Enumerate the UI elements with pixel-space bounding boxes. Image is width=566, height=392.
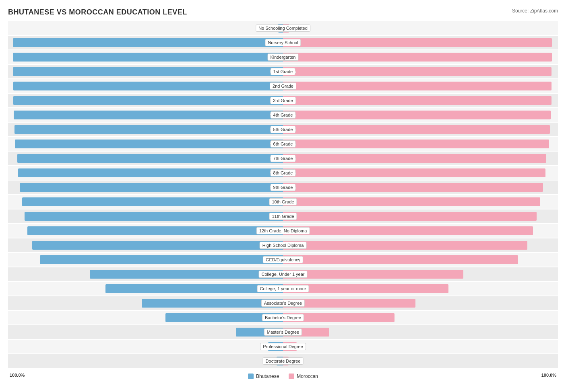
right-bar-container: 60.2%: [283, 282, 558, 296]
table-row: 97.7%5th Grade97.1%: [8, 123, 558, 136]
blue-bar: 70.3%: [90, 270, 283, 279]
right-bar-container: 93.5%: [283, 195, 558, 209]
legend-bhutanese: Bhutanese: [248, 374, 279, 379]
pink-bar: 92.3%: [283, 212, 537, 221]
right-bar-container: 96.8%: [283, 137, 558, 151]
pink-bar: 97.8%: [283, 38, 552, 47]
pink-bar: 94.6%: [283, 183, 543, 192]
chart-container: BHUTANESE VS MOROCCAN EDUCATION LEVEL So…: [8, 8, 558, 379]
pink-bar: 97.6%: [283, 96, 552, 105]
right-bar-container: 16.8%: [283, 325, 558, 339]
blue-bar: 98.2%: [13, 38, 283, 47]
footer-left-label: 100.0%: [10, 373, 25, 378]
table-row: 51.4%Associate's Degree48.2%: [8, 296, 558, 310]
pink-bar: 85.5%: [283, 255, 518, 264]
table-row: 91.2%High School Diploma88.8%: [8, 238, 558, 252]
right-bar-container: 48.2%: [283, 296, 558, 310]
left-bar-container: 51.4%: [8, 296, 283, 310]
chart-footer: 100.0% Bhutanese Moroccan 100.0%: [8, 371, 558, 379]
left-bar-container: 98.1%: [8, 94, 283, 107]
right-bar-container: 40.5%: [283, 311, 558, 324]
right-bar-container: 97.7%: [283, 79, 558, 93]
legend-blue-box: [248, 374, 254, 379]
bar-label: 2nd Grade: [270, 82, 296, 90]
bar-label: 1st Grade: [271, 68, 295, 75]
right-bar-container: 2%: [283, 354, 558, 368]
left-bar-container: 93%: [8, 224, 283, 238]
table-row: 97.5%6th Grade96.8%: [8, 137, 558, 151]
pink-bar: 95.5%: [283, 168, 545, 177]
left-bar-container: 97.7%: [8, 123, 283, 136]
bar-label: Kindergarten: [268, 53, 299, 61]
bar-label: College, Under 1 year: [258, 271, 307, 278]
blue-bar: 64.6%: [105, 284, 283, 293]
legend-bhutanese-label: Bhutanese: [256, 374, 279, 379]
bar-label: Nursery School: [265, 39, 301, 46]
legend-pink-box: [289, 374, 294, 379]
table-row: 17.2%Master's Degree16.8%: [8, 325, 558, 339]
blue-bar: 91.2%: [32, 241, 283, 250]
left-bar-container: 2.3%: [8, 354, 283, 368]
pink-bar: 97.7%: [283, 67, 552, 76]
right-bar-container: 97.1%: [283, 123, 558, 136]
left-bar-container: 98.1%: [8, 79, 283, 93]
left-bar-container: 97.9%: [8, 108, 283, 122]
table-row: 98.2%1st Grade97.7%: [8, 65, 558, 78]
left-bar-container: 64.6%: [8, 282, 283, 296]
left-bar-container: 96.6%: [8, 152, 283, 165]
pink-bar: 95.8%: [283, 154, 546, 163]
bar-label: GED/Equivalency: [263, 256, 303, 263]
left-bar-container: 98.2%: [8, 50, 283, 64]
right-bar-container: 94.6%: [283, 181, 558, 194]
bar-label: 12th Grade, No Diploma: [256, 227, 310, 234]
blue-bar: 97.9%: [14, 111, 283, 119]
chart-body: 1.8%No Schooling Completed2.2%98.2%Nurse…: [8, 21, 558, 368]
blue-bar: 98.2%: [13, 53, 283, 62]
right-bar-container: 88.8%: [283, 238, 558, 252]
pink-bar: 97.1%: [283, 125, 550, 134]
table-row: 5.4%Professional Degree5%: [8, 340, 558, 353]
pink-bar: 97.8%: [283, 53, 552, 62]
left-bar-container: 91.2%: [8, 238, 283, 252]
bar-label: 8th Grade: [271, 169, 296, 177]
right-bar-container: 95.8%: [283, 152, 558, 165]
right-bar-container: 5%: [283, 340, 558, 353]
table-row: 96.6%7th Grade95.8%: [8, 152, 558, 165]
pink-bar: 97.7%: [283, 82, 552, 90]
bar-label: Doctorate Degree: [263, 357, 304, 365]
pink-bar: 90.9%: [283, 226, 533, 235]
bar-label: Professional Degree: [260, 343, 306, 350]
left-bar-container: 96.4%: [8, 166, 283, 180]
table-row: 97.9%4th Grade97.3%: [8, 108, 558, 122]
right-bar-container: 2.2%: [283, 21, 558, 35]
bar-label: 9th Grade: [271, 184, 296, 191]
bar-label: College, 1 year or more: [257, 285, 309, 292]
chart-title: BHUTANESE VS MOROCCAN EDUCATION LEVEL: [8, 8, 187, 16]
right-bar-container: 97.3%: [283, 108, 558, 122]
blue-bar: 97.5%: [15, 140, 283, 148]
blue-bar: 88.4%: [40, 255, 283, 264]
pink-bar: 65.6%: [283, 270, 463, 279]
left-bar-container: 70.3%: [8, 267, 283, 281]
blue-bar: 93%: [27, 226, 283, 235]
bar-label: 4th Grade: [271, 111, 296, 119]
table-row: 88.4%GED/Equivalency85.5%: [8, 253, 558, 267]
table-row: 98.2%Nursery School97.8%: [8, 36, 558, 49]
left-bar-container: 1.8%: [8, 21, 283, 35]
bar-label: 10th Grade: [269, 198, 297, 205]
table-row: 95.7%9th Grade94.6%: [8, 181, 558, 194]
table-row: 94.9%10th Grade93.5%: [8, 195, 558, 209]
right-bar-container: 95.5%: [283, 166, 558, 180]
table-row: 98.1%3rd Grade97.6%: [8, 94, 558, 107]
chart-source: Source: ZipAtlas.com: [512, 8, 558, 14]
right-bar-container: 92.3%: [283, 209, 558, 223]
left-bar-container: 17.2%: [8, 325, 283, 339]
blue-bar: 94.9%: [22, 197, 283, 206]
bar-label: 7th Grade: [271, 155, 296, 162]
blue-bar: 98.1%: [13, 82, 283, 90]
blue-bar: 98.2%: [13, 67, 283, 76]
legend: Bhutanese Moroccan: [248, 374, 318, 379]
left-bar-container: 88.4%: [8, 253, 283, 267]
table-row: 96.4%8th Grade95.5%: [8, 166, 558, 180]
legend-moroccan: Moroccan: [289, 374, 318, 379]
